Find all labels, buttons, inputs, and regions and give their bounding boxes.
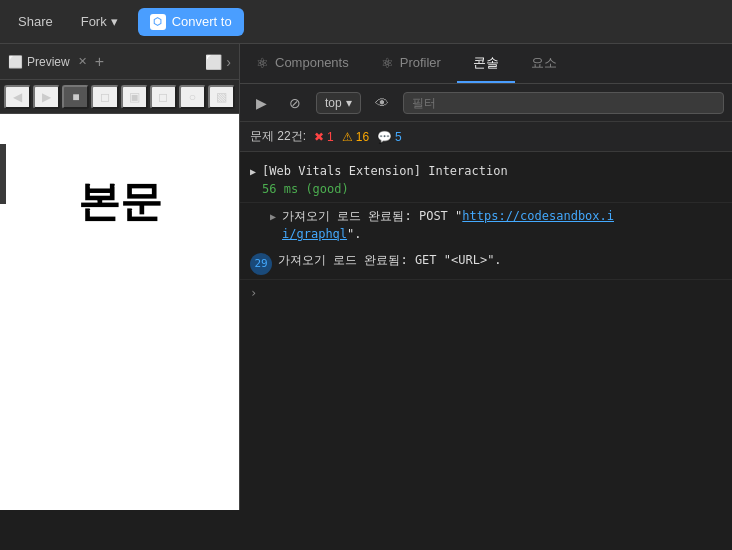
convert-icon: ⬡ (150, 14, 166, 30)
share-button[interactable]: Share (10, 10, 61, 33)
prompt-caret: › (250, 286, 257, 300)
log-content-web-vitals: [Web Vitals Extension] Interaction 56 ms… (262, 162, 722, 198)
error-count: ✖ 1 (314, 130, 334, 144)
toolbar-icon-3[interactable]: ■ (62, 85, 89, 109)
post-url-path[interactable]: i/graphql (282, 227, 347, 241)
convert-button[interactable]: ⬡ Convert to (138, 8, 244, 36)
add-tab-button[interactable]: + (95, 53, 104, 71)
components-icon: ⚛ (256, 55, 269, 71)
nav-forward-button[interactable]: › (226, 54, 231, 70)
log-badge-29: 29 (250, 253, 272, 275)
toolbar-icon-2[interactable]: ▶ (33, 85, 60, 109)
fork-chevron-icon: ▾ (111, 14, 118, 29)
top-bar-left: Share Fork ▾ ⬡ Convert to (10, 8, 244, 36)
error-icon: ✖ (314, 130, 324, 144)
info-count: 💬 5 (377, 130, 402, 144)
log-title-web-vitals: [Web Vitals Extension] Interaction (262, 162, 722, 180)
toolbar-icon-8[interactable]: ▧ (208, 85, 235, 109)
console-panel: ⚛ Components ⚛ Profiler 콘솔 요소 ▶ ⊘ top ▾ (240, 44, 732, 510)
tab-elements[interactable]: 요소 (515, 44, 573, 83)
tab-console[interactable]: 콘솔 (457, 44, 515, 83)
preview-tab-label: Preview (27, 55, 70, 69)
tab-profiler[interactable]: ⚛ Profiler (365, 44, 457, 83)
post-url-link[interactable]: https://codesandbox.i (462, 209, 614, 223)
tab-components[interactable]: ⚛ Components (240, 44, 365, 83)
issue-label: 문제 22건: (250, 128, 306, 145)
fork-label: Fork (81, 14, 107, 29)
play-button[interactable]: ▶ (248, 90, 274, 116)
preview-icon-toolbar: ◀ ▶ ■ ◻ ▣ ◻ ○ ▧ (0, 80, 239, 114)
console-toolbar: ▶ ⊘ top ▾ 👁 (240, 84, 732, 122)
error-count-value: 1 (327, 130, 334, 144)
top-bar: Share Fork ▾ ⬡ Convert to (0, 0, 732, 44)
tab-components-label: Components (275, 55, 349, 70)
tab-profiler-label: Profiler (400, 55, 441, 70)
info-icon: 💬 (377, 130, 392, 144)
warn-icon: ⚠ (342, 130, 353, 144)
stop-button[interactable]: ⊘ (282, 90, 308, 116)
log-content-get: 가져오기 로드 완료됨: GET "<URL>". (278, 251, 722, 269)
preview-close-button[interactable]: ✕ (78, 55, 87, 68)
fork-button[interactable]: Fork ▾ (73, 10, 126, 33)
sub-expand-icon[interactable]: ▶ (270, 209, 276, 224)
profiler-icon: ⚛ (381, 55, 394, 71)
toolbar-icon-6[interactable]: ◻ (150, 85, 177, 109)
warn-count: ⚠ 16 (342, 130, 369, 144)
console-log: ▶ [Web Vitals Extension] Interaction 56 … (240, 152, 732, 510)
nav-back-button[interactable]: ⬜ (205, 54, 222, 70)
context-selector[interactable]: top ▾ (316, 92, 361, 114)
context-label: top (325, 96, 342, 110)
preview-content: 본문 (0, 114, 239, 510)
log-timing: 56 ms (good) (262, 180, 722, 198)
preview-panel: ⬜ Preview ✕ + ⬜ › ◀ ▶ ■ ◻ ▣ ◻ ○ ▧ 본문 (0, 44, 240, 510)
console-tabs: ⚛ Components ⚛ Profiler 콘솔 요소 (240, 44, 732, 84)
warn-count-value: 16 (356, 130, 369, 144)
log-entry-web-vitals: ▶ [Web Vitals Extension] Interaction 56 … (240, 158, 732, 203)
log-prompt: › (240, 280, 732, 306)
eye-button[interactable]: 👁 (369, 90, 395, 116)
context-chevron-icon: ▾ (346, 96, 352, 110)
tab-console-label: 콘솔 (473, 54, 499, 72)
toolbar-icon-7[interactable]: ○ (179, 85, 206, 109)
main-layout: ⬜ Preview ✕ + ⬜ › ◀ ▶ ■ ◻ ▣ ◻ ○ ▧ 본문 (0, 44, 732, 510)
preview-main-text: 본문 (78, 174, 162, 230)
filter-input[interactable] (403, 92, 724, 114)
log-entry-get: 29 가져오기 로드 완료됨: GET "<URL>". (240, 247, 732, 280)
eye-icon: 👁 (375, 95, 389, 111)
toolbar-icon-1[interactable]: ◀ (4, 85, 31, 109)
log-content-post: 가져오기 로드 완료됨: POST "https://codesandbox.i… (282, 207, 722, 243)
issue-bar: 문제 22건: ✖ 1 ⚠ 16 💬 5 (240, 122, 732, 152)
toolbar-icon-5[interactable]: ▣ (121, 85, 148, 109)
toolbar-icon-4[interactable]: ◻ (91, 85, 118, 109)
info-count-value: 5 (395, 130, 402, 144)
preview-toolbar: ⬜ Preview ✕ + ⬜ › (0, 44, 239, 80)
expand-icon[interactable]: ▶ (250, 164, 256, 179)
log-get-text: 가져오기 로드 완료됨: GET "<URL>". (278, 253, 502, 267)
convert-label: Convert to (172, 14, 232, 29)
log-sub-post: ▶ 가져오기 로드 완료됨: POST "https://codesandbox… (240, 203, 732, 247)
tab-elements-label: 요소 (531, 54, 557, 72)
